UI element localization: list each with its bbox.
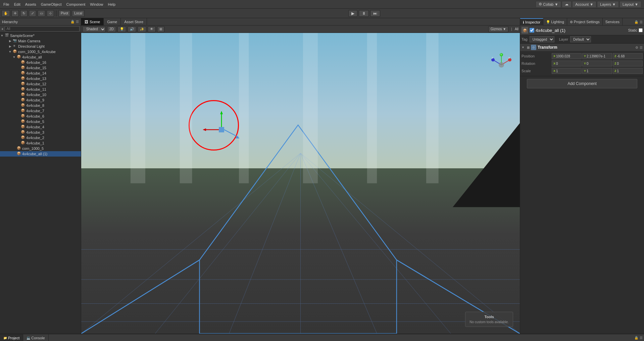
static-checkbox[interactable] [639,28,643,32]
transform-checkbox-icon: ⊞ [527,46,530,49]
hier-item-4x4cube-6[interactable]: 📦 4x4cube_6 [0,114,81,119]
hier-item-4x4cube-9[interactable]: 📦 4x4cube_9 [0,97,81,103]
layout-button[interactable]: Layout ▼ [620,1,641,8]
svg-text:Z: Z [492,57,493,59]
2d-toggle[interactable]: 2D [107,26,116,32]
bottom-lock-icon[interactable]: 🔒 [634,336,638,340]
scene-audio-btn[interactable]: 🔊 [128,26,136,32]
hier-item-4x4cube-16[interactable]: 📦 4x4cube_16 [0,60,81,65]
tab-services[interactable]: Services [603,18,623,26]
transform-header[interactable]: ▼ ⊞ ⊹ Transform ⚙ ☰ [520,44,644,51]
step-button[interactable]: ⏭ [370,10,380,17]
hierarchy-lock-icon[interactable]: 🔒 [70,20,75,24]
hier-item-4x4cube-8[interactable]: 📦 4x4cube_8 [0,103,81,108]
pivot-button[interactable]: Pivot [58,10,70,17]
layer-select[interactable]: Default [570,36,591,42]
layers-button[interactable]: Layers ▼ [597,1,619,8]
hier-item-4x4cube-15[interactable]: 📦 4x4cube_15 [0,65,81,71]
hier-item-4x4cube-11[interactable]: 📦 4x4cube_11 [0,87,81,92]
scene-hide-btn[interactable]: 👁 [148,26,156,32]
tab-inspector[interactable]: ℹ Inspector [520,18,543,26]
hier-item-corn-1000-5-4x4cube[interactable]: ▼ 📦 corn_1000_5_4x4cube [0,49,81,54]
hier-item-corn-1000-5[interactable]: 📦 corn_1000_5 [0,146,81,151]
hier-icon-4x4cube-4: 📦 [21,125,26,129]
hier-item-4x4cube-all-1[interactable]: 📦 4x4cube_all (1) [0,151,81,157]
rot-z-field[interactable]: Z 0 [613,60,643,67]
scale-z-field[interactable]: Z 1 [613,68,643,74]
menu-edit[interactable]: Edit [12,2,22,7]
transform-gizmo-arrows[interactable] [202,110,242,151]
hier-item-4x4cube-10[interactable]: 📦 4x4cube_10 [0,92,81,97]
collab-button[interactable]: ⚙ Collab ▼ [536,1,561,8]
hier-item-main-camera[interactable]: ▶ 📷 Main Camera [0,38,81,44]
hierarchy-menu-icon[interactable]: ☰ [76,20,79,24]
hier-item-4x4cube-1[interactable]: 📦 4x4cube_1 [0,140,81,146]
hier-sample-scene[interactable]: ▼ 🎬 SampleScene* [0,33,81,38]
scene-sky [81,33,520,168]
shading-mode-select[interactable]: Shaded [83,26,106,32]
inspector-scroll: 📦 4x4cube_all (1) Static Tag Untagged La… [520,26,644,334]
account-button[interactable]: Account ▼ [572,1,596,8]
object-name[interactable]: 4x4cube_all (1) [536,28,627,33]
menu-window[interactable]: Window [88,2,105,7]
scale-x-field[interactable]: X 1 [552,68,582,74]
scene-view[interactable]: X Y Z Tools No custom tools available. [81,33,520,334]
layers-label: All [515,27,518,31]
bottom-menu-icon[interactable]: ☰ [640,336,643,340]
scale-y-field[interactable]: Y 1 [582,68,612,74]
tool-transform[interactable]: ⊹ [47,10,54,17]
svg-text:X: X [508,57,510,59]
play-button[interactable]: ▶ [348,10,357,17]
tool-scale[interactable]: ⤢ [29,10,36,17]
pos-y-field[interactable]: Y 2.139807e-1 [582,53,612,59]
menu-assets[interactable]: Assets [23,2,38,7]
tool-hand[interactable]: ✋ [1,10,10,17]
menu-gameobject[interactable]: GameObject [39,2,64,7]
hierarchy-add-btn[interactable]: + [1,27,3,31]
gizmos-btn[interactable]: Gizmos ▼ [488,26,509,32]
hier-item-4x4cube-all[interactable]: ▼ 📦 4x4cube_all [0,54,81,60]
orientation-gizmo[interactable]: X Y Z [490,53,513,77]
pos-z-field[interactable]: Z -6.68 [613,53,643,59]
hier-item-4x4cube-2[interactable]: 📦 4x4cube_2 [0,135,81,140]
menu-component[interactable]: Component [64,2,87,7]
tool-rect[interactable]: ▭ [38,10,45,17]
scene-grid-btn[interactable]: ⊞ [157,26,164,32]
scene-light-btn[interactable]: 💡 [117,26,126,32]
scene-fx-btn[interactable]: ✨ [138,26,146,32]
hier-item-4x4cube-12[interactable]: 📦 4x4cube_12 [0,81,81,87]
object-active-checkbox[interactable] [530,28,534,33]
transform-menu-icon[interactable]: ☰ [640,46,643,49]
hier-item-4x4cube-5[interactable]: 📦 4x4cube_5 [0,119,81,124]
tab-lighting[interactable]: 💡 Lighting [543,18,567,26]
menu-file[interactable]: File [1,2,11,7]
tag-select[interactable]: Untagged [530,36,554,42]
hier-item-dir-light[interactable]: ▶ ☀ Directional Light [0,44,81,49]
hier-item-4x4cube-3[interactable]: 📦 4x4cube_3 [0,130,81,135]
hier-item-4x4cube-13[interactable]: 📦 4x4cube_13 [0,76,81,81]
tool-rotate[interactable]: ↻ [20,10,28,17]
rot-x-field[interactable]: X 0 [552,60,582,67]
inspector-menu-icon[interactable]: ☰ [640,20,643,24]
tab-console[interactable]: 💻 Console [23,334,48,341]
hier-item-4x4cube-4[interactable]: 📦 4x4cube_4 [0,124,81,130]
hierarchy-search[interactable] [5,26,80,32]
pause-button[interactable]: ⏸ [359,10,369,17]
rot-y-field[interactable]: Y 0 [582,60,612,67]
tab-project[interactable]: 📁 Project [0,334,23,341]
tab-scene[interactable]: 🖼 Scene [81,18,104,26]
pos-x-field[interactable]: X 1000.028 [552,53,582,59]
local-button[interactable]: Local [72,10,85,17]
hier-item-4x4cube-7[interactable]: 📦 4x4cube_7 [0,108,81,114]
cloud-button[interactable]: ☁ [562,1,572,8]
tab-game[interactable]: Game [104,18,121,26]
inspector-lock-icon[interactable]: 🔒 [634,20,638,24]
tool-move[interactable]: ✛ [11,10,19,17]
tab-asset-store[interactable]: Asset Store [121,18,147,26]
menu-help[interactable]: Help [106,2,117,7]
tab-project-settings[interactable]: ⚙ Project Settings [567,18,603,26]
transform-settings-icon[interactable]: ⚙ [635,46,638,49]
add-component-button[interactable]: Add Component [527,79,637,88]
hier-item-4x4cube-14[interactable]: 📦 4x4cube_14 [0,71,81,76]
inspector-icon: ℹ [523,20,524,24]
